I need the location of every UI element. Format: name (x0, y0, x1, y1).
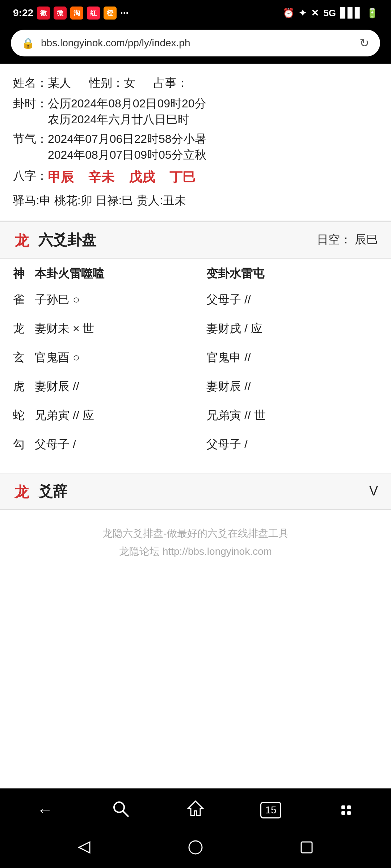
ben-4: 妻财辰 // (35, 379, 206, 395)
tabs-button[interactable]: 15 (256, 796, 285, 825)
refresh-icon[interactable]: ↻ (360, 36, 369, 50)
bazi-label: 八字： (13, 167, 48, 185)
bian-5: 兄弟寅 // 世 (206, 408, 378, 424)
sys-home-button[interactable] (185, 837, 206, 858)
extra-row: 驿马:申 桃花:卯 日禄:巳 贵人:丑未 (13, 191, 378, 210)
lunar-date: 农历2024年六月廿八日巳时 (48, 112, 206, 128)
main-content: 姓名： 某人 性别： 女 占事： 卦时： 公历2024年08月02日09时20分… (0, 64, 391, 788)
status-time: 9:22 (13, 7, 33, 19)
node-values: 2024年07月06日22时58分小暑 2024年08月07日09时05分立秋 (48, 131, 206, 163)
yao-header-left: 龙 爻辞 (13, 481, 67, 501)
node2: 2024年08月07日09时05分立秋 (48, 147, 206, 163)
bian-1: 父母子 // (206, 292, 378, 308)
day-kong-value: 辰巳 (355, 233, 378, 246)
sys-recent-button[interactable] (296, 837, 318, 858)
header-ben: 本卦火雷噬嗑 (35, 266, 206, 282)
hexagram-section-header: 龙 六爻卦盘 日空： 辰巳 (0, 221, 391, 259)
ben-3: 官鬼酉 ○ (35, 350, 206, 366)
sys-back-button[interactable] (73, 837, 95, 858)
svg-text:龙: 龙 (14, 484, 30, 500)
shen-5: 蛇 (13, 408, 35, 424)
name-label: 姓名： (13, 74, 48, 92)
menu-button[interactable] (332, 796, 361, 825)
name-value: 某人 (48, 74, 71, 92)
bazi-0: 甲辰 (48, 170, 74, 184)
shen-3: 玄 (13, 350, 35, 366)
ben-2: 妻财未 × 世 (35, 321, 206, 337)
header-shen: 神 (13, 266, 35, 282)
status-bar: 9:22 微 微 淘 红 橙 ··· ⏰ ✦ ✕ 5G ▋▋▋ 🔋 (0, 0, 391, 26)
taobao-icon: 淘 (70, 7, 83, 20)
tabs-count: 15 (265, 804, 276, 816)
info-section: 姓名： 某人 性别： 女 占事： 卦时： 公历2024年08月02日09时20分… (0, 64, 391, 221)
extra-value: 驿马:申 桃花:卯 日禄:巳 贵人:丑未 (13, 191, 186, 210)
hexagram-dragon-icon: 龙 (13, 230, 32, 249)
weibo2-icon: 微 (54, 7, 67, 20)
date-values: 公历2024年08月02日09时20分 农历2024年六月廿八日巳时 (48, 96, 206, 128)
sys-recent-icon (298, 838, 316, 856)
shen-2: 龙 (13, 321, 35, 337)
search-icon (111, 799, 129, 821)
status-dots: ··· (120, 7, 129, 19)
node-group: 节气： 2024年07月06日22时58分小暑 2024年08月07日09时05… (13, 131, 378, 163)
footer-line2: 龙隐论坛 http://bbs.longyinok.com (13, 542, 378, 561)
nav-bar: ← 15 (0, 788, 391, 832)
solar-date: 公历2024年08月02日09时20分 (48, 96, 206, 112)
yao-header: 龙 爻辞 V (0, 473, 391, 510)
date-group: 卦时： 公历2024年08月02日09时20分 农历2024年六月廿八日巳时 (13, 96, 378, 128)
svg-marker-4 (188, 801, 203, 816)
orange-icon: 橙 (104, 7, 117, 20)
name-gender-row: 姓名： 某人 性别： 女 占事： (13, 74, 378, 92)
svg-rect-7 (301, 842, 312, 853)
menu-icon (341, 805, 351, 815)
gender-value: 女 (124, 74, 135, 92)
footer: 龙隐六爻排盘-做最好的六爻在线排盘工具 龙隐论坛 http://bbs.long… (0, 510, 391, 575)
weibo-icon: 微 (37, 7, 50, 20)
url-bar-container: 🔒 bbs.longyinok.com/pp/ly/index.ph ↻ (0, 26, 391, 64)
alarm-icon: ⏰ (283, 8, 294, 19)
url-text[interactable]: bbs.longyinok.com/pp/ly/index.ph (41, 37, 353, 49)
gender-label: 性别： (89, 74, 124, 92)
hexagram-title: 六爻卦盘 (38, 230, 96, 250)
yao-dragon-icon: 龙 (13, 482, 32, 501)
status-right: ⏰ ✦ ✕ 5G ▋▋▋ 🔋 (283, 8, 378, 19)
back-button[interactable]: ← (30, 796, 59, 825)
footer-line1: 龙隐六爻排盘-做最好的六爻在线排盘工具 (13, 524, 378, 542)
yao-title: 爻辞 (38, 481, 67, 501)
yao-ci-section: 龙 爻辞 V (0, 473, 391, 510)
day-kong: 日空： 辰巳 (317, 232, 378, 248)
battery-icon: 🔋 (366, 8, 378, 19)
yao-collapse-icon[interactable]: V (369, 484, 378, 499)
ben-6: 父母子 / (35, 437, 206, 452)
svg-text:龙: 龙 (14, 233, 30, 248)
search-button[interactable] (106, 796, 135, 825)
tabs-box-icon: 15 (260, 802, 281, 818)
bluetooth-icon: ✦ (299, 8, 307, 19)
hex-row-4: 虎 妻财辰 // 妻财辰 // (13, 379, 378, 395)
svg-line-3 (123, 811, 129, 817)
bazi-values: 甲辰 辛未 戊戌 丁巳 (48, 167, 206, 188)
ben-1: 子孙巳 ○ (35, 292, 206, 308)
hex-row-1: 雀 子孙巳 ○ 父母子 // (13, 292, 378, 308)
hex-row-2: 龙 妻财未 × 世 妻财戌 / 应 (13, 321, 378, 337)
red-icon: 红 (87, 7, 100, 20)
shen-6: 勾 (13, 437, 35, 452)
ben-5: 兄弟寅 // 应 (35, 408, 206, 424)
svg-point-2 (114, 802, 124, 812)
status-left: 9:22 微 微 淘 红 橙 ··· (13, 7, 129, 20)
yao-dragon-svg: 龙 (13, 482, 32, 501)
signal-icon: ▋▋▋ (340, 8, 362, 19)
back-icon: ← (37, 801, 53, 819)
sys-back-icon (75, 838, 93, 856)
section-header-left: 龙 六爻卦盘 (13, 230, 96, 250)
svg-marker-5 (79, 842, 90, 853)
system-bar (0, 832, 391, 868)
bian-4: 妻财辰 // (206, 379, 378, 395)
day-kong-label: 日空： (317, 233, 352, 246)
url-bar-inner[interactable]: 🔒 bbs.longyinok.com/pp/ly/index.ph ↻ (11, 30, 380, 56)
svg-point-6 (189, 841, 202, 854)
home-button[interactable] (181, 796, 210, 825)
bazi-row: 八字： 甲辰 辛未 戊戌 丁巳 (13, 167, 378, 188)
header-bian: 变卦水雷屯 (206, 266, 378, 282)
bazi-3: 丁巳 (169, 170, 196, 184)
